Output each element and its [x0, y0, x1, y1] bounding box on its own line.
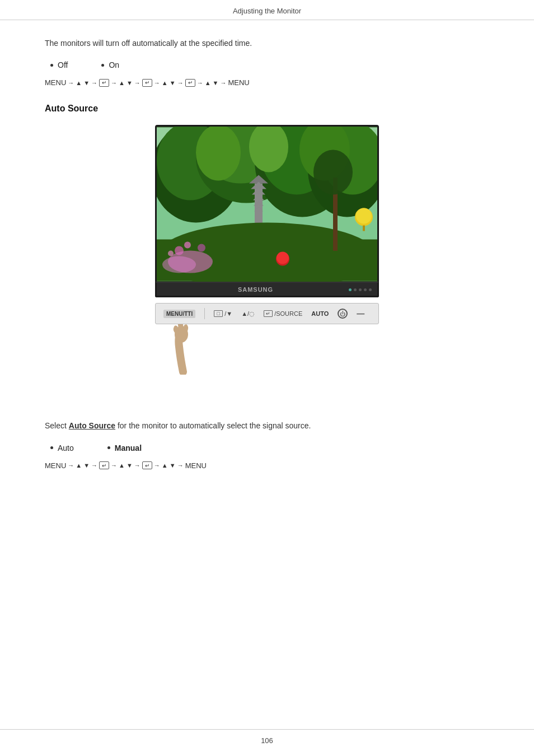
ctrl-menu-label: MENU/TTI	[163, 310, 195, 318]
nf2-enter1: ↵	[99, 461, 109, 469]
header-title: Adjusting the Monitor	[233, 7, 301, 15]
bullet-item-on: On	[101, 60, 119, 69]
section-heading-auto-source: Auto Source	[45, 104, 489, 114]
nf1-menu: MENU	[45, 78, 66, 87]
monitor-brand: SAMSUNG	[162, 286, 349, 293]
ctrl-power-button[interactable]: ⏻	[338, 309, 348, 319]
nf1-up4: ▲	[205, 80, 211, 86]
nf1-arrow1: →	[68, 80, 74, 86]
option-off-label: Off	[58, 60, 68, 69]
nf1-arrow2: →	[91, 80, 97, 86]
ctrl-label-3: /SOURCE	[274, 310, 302, 317]
ctrl-item-2: ▲/◌	[241, 310, 255, 318]
power-icon: ⏻	[340, 311, 345, 317]
nf1-up1: ▲	[76, 80, 82, 86]
svg-point-23	[184, 242, 191, 249]
ctrl-label-2: ▲/◌	[241, 310, 255, 318]
nf2-end: MENU	[185, 461, 207, 470]
nf2-arrow2: →	[91, 462, 97, 469]
svg-point-25	[198, 244, 205, 252]
ctrl-auto-label: AUTO	[311, 310, 329, 317]
nf1-enter3: ↵	[185, 79, 195, 87]
page-header: Adjusting the Monitor	[0, 0, 534, 20]
option-on-label: On	[109, 60, 119, 69]
nf1-down4: ▼	[213, 80, 219, 86]
description-area: Select Auto Source for the monitor to au…	[45, 419, 489, 432]
ctrl-item-3: ↵ /SOURCE	[264, 310, 302, 317]
garden-image	[157, 127, 377, 282]
nf1-down3: ▼	[170, 80, 176, 86]
hand-illustration	[161, 324, 205, 375]
nf2-down3: ▼	[170, 462, 176, 469]
ctrl-btn-3: ↵	[264, 310, 273, 317]
monitor-bezel: SAMSUNG	[155, 282, 379, 297]
nf2-arrow4: →	[134, 462, 140, 469]
nf2-menu: MENU	[45, 461, 66, 470]
nf2-up3: ▲	[162, 462, 168, 469]
nf2-arrow3: →	[111, 462, 117, 469]
nf1-arrow6: →	[177, 80, 184, 86]
ctrl-label-1: /▼	[224, 310, 232, 317]
nf1-arrow3: →	[111, 80, 117, 86]
bezel-dot-4	[364, 288, 367, 291]
bezel-dot-3	[359, 288, 362, 291]
svg-rect-28	[363, 226, 365, 231]
ctrl-btn-1: □	[214, 310, 223, 317]
bullet-item-manual: Manual	[107, 444, 142, 452]
nf2-down2: ▼	[127, 462, 133, 469]
svg-point-30	[277, 252, 289, 264]
nf1-arrow5: →	[154, 80, 160, 86]
option-manual-label: Manual	[115, 444, 142, 452]
monitor-screen	[155, 125, 379, 282]
nf1-down1: ▼	[83, 80, 90, 86]
control-panel: MENU/TTI □ /▼ ▲/◌ ↵ /SOURCE AUTO	[155, 303, 379, 324]
bezel-dot-5	[369, 288, 372, 291]
nf1-arrow8: →	[220, 80, 226, 86]
svg-point-33	[313, 150, 353, 195]
bezel-dot-1	[349, 288, 352, 291]
options-list-1: Off On	[45, 60, 489, 69]
ctrl-item-1: □ /▼	[214, 310, 232, 317]
bullet-item-auto: Auto	[50, 444, 74, 452]
svg-point-10	[196, 127, 241, 181]
nf2-arrow6: →	[177, 462, 184, 469]
bezel-dot-2	[354, 288, 357, 291]
nf1-enter2: ↵	[142, 79, 152, 87]
page-container: Adjusting the Monitor The monitors will …	[0, 0, 534, 756]
svg-point-27	[356, 208, 372, 224]
page-number: 106	[261, 736, 273, 745]
bezel-controls	[349, 288, 372, 291]
nf1-up3: ▲	[162, 80, 168, 86]
nf2-up1: ▲	[76, 462, 82, 469]
desc-pre: Select	[45, 421, 69, 430]
ctrl-minus: —	[357, 309, 364, 318]
nf2-arrow5: →	[154, 462, 160, 469]
desc-text-auto-source: Select Auto Source for the monitor to au…	[45, 419, 489, 432]
nf1-enter1: ↵	[99, 79, 109, 87]
nf2-up2: ▲	[119, 462, 125, 469]
intro-text: The monitors will turn off automatically…	[45, 37, 489, 49]
bullet-dot-auto	[50, 446, 53, 449]
nf1-up2: ▲	[119, 80, 125, 86]
desc-post: for the monitor to automatically select …	[115, 421, 311, 430]
ctrl-separator-1	[204, 308, 205, 319]
nf1-arrow4: →	[134, 80, 140, 86]
nf2-down1: ▼	[83, 462, 90, 469]
svg-point-35	[162, 256, 196, 273]
bullet-dot-on	[101, 64, 104, 67]
main-content: The monitors will turn off automatically…	[0, 20, 534, 503]
bullet-dot-manual	[107, 446, 110, 449]
ctrl-auto-text: AUTO	[311, 310, 329, 317]
nf2-arrow1: →	[68, 462, 74, 469]
page-footer: 106	[0, 729, 534, 745]
option-auto-label: Auto	[58, 444, 74, 452]
nf2-enter2: ↵	[142, 461, 152, 469]
bullet-dot-off	[50, 64, 53, 67]
nf1-arrow7: →	[197, 80, 203, 86]
ctrl-panel-wrapper: MENU/TTI □ /▼ ▲/◌ ↵ /SOURCE AUTO	[155, 297, 379, 375]
nf1-down2: ▼	[127, 80, 133, 86]
nf1-end: MENU	[228, 78, 249, 87]
monitor-container: SAMSUNG MENU/TTI □ /▼	[45, 125, 489, 375]
nav-formula-1: MENU → ▲ ▼ → ↵ → ▲ ▼ → ↵ → ▲ ▼ → ↵ → ▲ ▼…	[45, 78, 489, 87]
bullet-item-off: Off	[50, 60, 68, 69]
